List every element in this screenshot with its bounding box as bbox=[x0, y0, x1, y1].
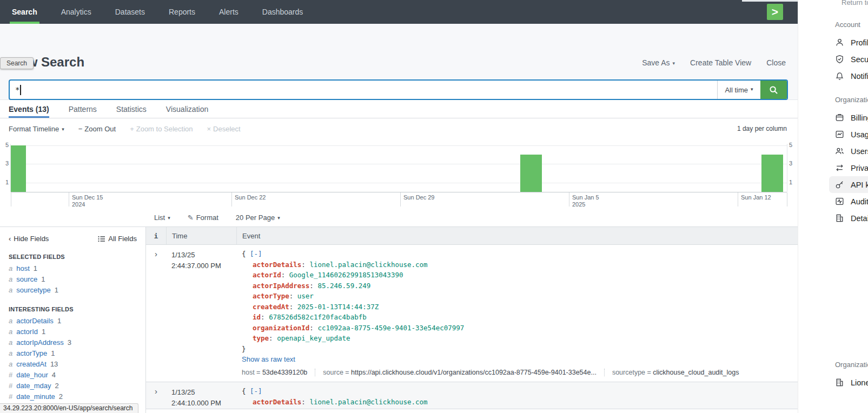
list-view-dropdown[interactable]: List bbox=[154, 214, 170, 222]
expand-event-chevron-icon[interactable]: › bbox=[146, 245, 166, 382]
selected-fields-header: SELECTED FIELDS bbox=[0, 247, 145, 263]
time-range-picker[interactable]: All time bbox=[717, 81, 760, 99]
event-json: { [-] actorDetailslionel.palacin@clickho… bbox=[242, 382, 798, 407]
panel-item-billing[interactable]: Billing bbox=[835, 109, 868, 126]
field-actorId[interactable]: aactorId1 bbox=[0, 326, 145, 337]
panel-item-organization-lionel[interactable]: Lionel bbox=[835, 374, 868, 391]
hide-fields-button[interactable]: ‹Hide Fields bbox=[9, 235, 49, 243]
field-actorType[interactable]: aactorType1 bbox=[0, 348, 145, 358]
search-input[interactable]: * bbox=[10, 81, 717, 99]
panel-item-security[interactable]: Security bbox=[835, 51, 868, 68]
plus-icon: + bbox=[130, 125, 134, 133]
tab-events[interactable]: Events (13) bbox=[9, 100, 49, 118]
zoom-out-button[interactable]: −Zoom Out bbox=[78, 125, 116, 133]
field-actorDetails[interactable]: aactorDetails1 bbox=[0, 315, 145, 326]
nav-item-datasets[interactable]: Datasets bbox=[103, 0, 157, 24]
shield-check-icon bbox=[835, 55, 844, 64]
search-box: * All time bbox=[9, 79, 788, 100]
panel-item-audit[interactable]: Audit bbox=[835, 193, 868, 210]
axis-tick bbox=[231, 192, 232, 206]
panel-item-profile[interactable]: Profile bbox=[835, 34, 868, 51]
splunk-app: Search Analytics Datasets Reports Alerts… bbox=[0, 0, 798, 413]
tab-patterns[interactable]: Patterns bbox=[69, 100, 97, 118]
nav-item-reports[interactable]: Reports bbox=[157, 0, 207, 24]
collapse-json-link[interactable]: [-] bbox=[250, 387, 262, 395]
event-row: › 1/13/25 2:44:37.000 PM { [-] actorDeta… bbox=[146, 245, 798, 382]
gridline bbox=[11, 164, 787, 164]
building-icon bbox=[835, 378, 844, 387]
panel-item-users[interactable]: Users bbox=[835, 143, 868, 159]
format-results-button[interactable]: ✎Format bbox=[188, 214, 218, 222]
field-date-hour[interactable]: #date_hour4 bbox=[0, 369, 145, 380]
event-meta-fields: host53de4339120b sourcehttps://api.click… bbox=[242, 365, 798, 382]
event-time: 1/13/25 2:44:10.000 PM bbox=[166, 382, 236, 409]
x-tick-label: Sun Dec 15 2024 bbox=[72, 194, 103, 208]
timeline-bar[interactable] bbox=[520, 155, 542, 192]
all-fields-button[interactable]: All Fields bbox=[98, 235, 137, 243]
axis-tick bbox=[11, 192, 11, 206]
nav-item-alerts[interactable]: Alerts bbox=[207, 0, 250, 24]
meta-host[interactable]: host53de4339120b bbox=[242, 369, 315, 376]
axis-tick bbox=[569, 192, 569, 206]
x-tick-label: Sun Jan 5 2025 bbox=[572, 194, 599, 208]
deselect-button[interactable]: ×Deselect bbox=[207, 125, 241, 133]
field-actorIpAddress[interactable]: aactorIpAddress3 bbox=[0, 337, 145, 348]
field-source[interactable]: asource1 bbox=[0, 274, 145, 284]
nav-item-search[interactable]: Search bbox=[0, 0, 49, 24]
show-raw-text-link[interactable]: Show as raw text bbox=[242, 355, 295, 363]
search-button[interactable] bbox=[760, 81, 787, 99]
x-tick-label: Sun Dec 29 bbox=[403, 194, 434, 201]
building-icon bbox=[835, 214, 844, 223]
timeline-bar[interactable] bbox=[11, 145, 26, 192]
panel-item-usage[interactable]: Usage bbox=[835, 126, 868, 143]
field-host[interactable]: ahost1 bbox=[0, 263, 145, 274]
per-page-dropdown[interactable]: 20 Per Page bbox=[236, 214, 280, 222]
field-sourcetype[interactable]: asourcetype1 bbox=[0, 284, 145, 295]
panel-item-api-keys[interactable]: API keys bbox=[829, 176, 868, 193]
arrows-swap-icon bbox=[835, 163, 844, 172]
y-tick-label: 1 bbox=[789, 179, 796, 185]
list-icon bbox=[98, 236, 105, 242]
panel-item-notifications[interactable]: Notifications bbox=[835, 68, 868, 84]
timeline-plot[interactable]: 553311 bbox=[0, 138, 798, 192]
users-icon bbox=[835, 146, 844, 156]
save-as-button[interactable]: Save As bbox=[642, 58, 675, 67]
nav-item-dashboards[interactable]: Dashboards bbox=[250, 0, 315, 24]
top-nav: Search Analytics Datasets Reports Alerts… bbox=[0, 0, 798, 24]
meta-sourcetype[interactable]: sourcetypeclickhouse_cloud_audit_logs bbox=[604, 369, 747, 376]
field-date-minute[interactable]: #date_minute2 bbox=[0, 391, 145, 402]
expand-event-chevron-icon[interactable]: › bbox=[146, 382, 166, 409]
person-icon bbox=[835, 38, 844, 47]
field-createdAt[interactable]: acreatedAt13 bbox=[0, 358, 145, 369]
splunk-logo-icon[interactable]: > bbox=[767, 4, 783, 20]
account-side-panel: Return to Account Profile Security Notif… bbox=[798, 0, 868, 413]
tab-visualization[interactable]: Visualization bbox=[166, 100, 208, 118]
result-tabs: Events (13) Patterns Statistics Visualiz… bbox=[0, 100, 798, 118]
panel-item-details[interactable]: Details bbox=[835, 210, 868, 227]
time-column-header: Time bbox=[166, 227, 236, 244]
zoom-to-selection-button[interactable]: +Zoom to Selection bbox=[130, 125, 193, 133]
meta-source[interactable]: sourcehttps://api.clickhouse.cloud/v1/or… bbox=[315, 369, 604, 376]
panel-item-private-endpoints[interactable]: Private endpoints bbox=[835, 159, 868, 176]
return-to-link[interactable]: Return to bbox=[842, 0, 868, 6]
browser-edge-strip bbox=[742, 0, 798, 2]
axis-tick bbox=[400, 192, 401, 206]
search-header: New Search Save As Create Table View Clo… bbox=[0, 24, 798, 100]
format-timeline-dropdown[interactable]: Format Timeline bbox=[9, 125, 64, 133]
key-icon bbox=[835, 180, 844, 189]
organizations-section-header: Organizations bbox=[835, 361, 868, 369]
collapse-json-link[interactable]: [-] bbox=[250, 250, 262, 258]
axis-tick bbox=[69, 192, 69, 206]
timeline-axis: Sun Dec 15 2024Sun Dec 22Sun Dec 29Sun J… bbox=[0, 192, 798, 209]
billing-icon bbox=[835, 113, 844, 122]
nav-item-analytics[interactable]: Analytics bbox=[49, 0, 103, 24]
create-table-view-button[interactable]: Create Table View bbox=[690, 58, 751, 67]
fields-sidebar: ‹Hide Fields All Fields SELECTED FIELDS … bbox=[0, 227, 146, 413]
event-json: { [-] actorDetailslionel.palacin@clickho… bbox=[242, 245, 798, 354]
text-cursor bbox=[20, 85, 21, 95]
tab-statistics[interactable]: Statistics bbox=[116, 100, 147, 118]
close-button[interactable]: Close bbox=[766, 58, 786, 67]
timeline-bar[interactable] bbox=[761, 155, 783, 192]
field-date-mday[interactable]: #date_mday2 bbox=[0, 380, 145, 391]
search-tooltip: Search bbox=[0, 57, 34, 69]
